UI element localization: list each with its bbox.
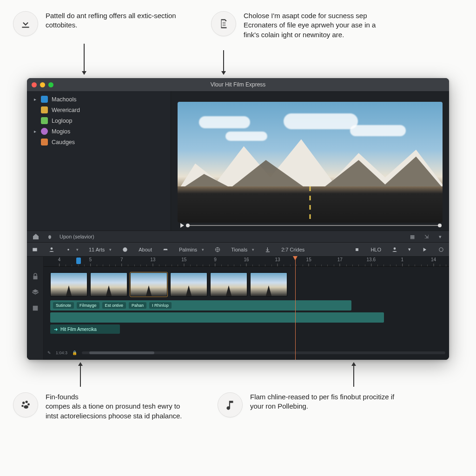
folder-icon bbox=[41, 106, 48, 113]
music-note-icon bbox=[218, 392, 243, 417]
horizontal-scrollbar[interactable] bbox=[82, 351, 445, 354]
home-icon[interactable] bbox=[32, 232, 40, 241]
callout-text: Flam chline-reased to per fis finobut pr… bbox=[250, 392, 399, 411]
clip-label: Pahan bbox=[129, 302, 146, 309]
sidebar-item-label: Machools bbox=[52, 96, 77, 103]
tool-clip[interactable] bbox=[32, 246, 38, 253]
arrow-icon bbox=[84, 44, 85, 74]
hlo-label: HLO bbox=[370, 247, 381, 252]
timeline-toolbar: 11 Arts About Palmins Tionals 2:7 Crides… bbox=[27, 243, 449, 257]
about-button[interactable]: About bbox=[139, 247, 152, 252]
pencil-icon[interactable]: ✎ bbox=[47, 350, 51, 355]
arrow-icon bbox=[223, 50, 224, 74]
clip-thumb[interactable] bbox=[50, 272, 87, 297]
timeline-panel: 457131591613151713.6114 Sutinote Filmayg… bbox=[27, 257, 449, 360]
clip-label: Est ontive bbox=[102, 302, 126, 309]
export-icon[interactable]: ⇲ bbox=[422, 232, 430, 241]
scrub-bar[interactable] bbox=[188, 225, 440, 226]
audio-track-1[interactable]: Sutinote Filmayge Est ontive Pahan I Rhi… bbox=[50, 300, 351, 311]
sidebar-item-label: Werericard bbox=[52, 107, 80, 113]
clip-label: I Rhinlop bbox=[149, 302, 172, 309]
timeline-main[interactable]: 457131591613151713.6114 Sutinote Filmayg… bbox=[44, 257, 449, 360]
svg-point-13 bbox=[24, 405, 28, 409]
sidebar-item-werericard[interactable]: Werericard bbox=[27, 105, 171, 115]
window-title: Vlour Hit Film Express bbox=[211, 81, 266, 88]
user-icon[interactable] bbox=[391, 246, 398, 253]
media-sidebar: ▸ Machools Werericard Logloop ▸ Mogios bbox=[27, 91, 171, 231]
arts-dropdown[interactable]: 11 Arts bbox=[89, 247, 112, 252]
lock-icon[interactable] bbox=[31, 272, 40, 281]
globe-icon[interactable] bbox=[214, 246, 221, 253]
svg-point-12 bbox=[21, 405, 23, 407]
film-icon[interactable] bbox=[31, 304, 40, 312]
car-icon[interactable] bbox=[162, 246, 169, 253]
play-icon[interactable] bbox=[421, 246, 428, 253]
arrow-icon bbox=[353, 363, 354, 387]
playhead[interactable] bbox=[295, 257, 296, 360]
svg-point-3 bbox=[123, 247, 127, 251]
mid-label: Upon (selavior) bbox=[60, 234, 94, 239]
timeline-ruler[interactable]: 457131591613151713.6114 bbox=[44, 257, 449, 267]
svg-point-10 bbox=[26, 401, 28, 403]
clip-thumb[interactable] bbox=[210, 272, 247, 297]
star-icon bbox=[41, 139, 48, 145]
chevron-right-icon: ▸ bbox=[33, 97, 37, 102]
sidebar-item-label: Caudges bbox=[52, 139, 75, 145]
download-icon[interactable] bbox=[264, 246, 271, 253]
paw-icon bbox=[13, 392, 38, 417]
chevron-down-icon[interactable]: ▾ bbox=[408, 246, 411, 252]
callout-document: Cholose I'm asapt code for sucness sep E… bbox=[211, 11, 392, 40]
clip-thumb[interactable] bbox=[130, 272, 167, 297]
svg-rect-0 bbox=[33, 248, 37, 251]
marker-icon[interactable] bbox=[76, 258, 81, 264]
chevron-down-icon[interactable]: ▾ bbox=[436, 232, 444, 241]
clip-thumb[interactable] bbox=[250, 272, 287, 297]
callout-text: Cholose I'm asapt code for sucness sep E… bbox=[244, 11, 392, 40]
clip-label: Filmayge bbox=[77, 302, 99, 309]
document-icon bbox=[211, 11, 236, 36]
crides-label[interactable]: 2:7 Crides bbox=[281, 247, 304, 252]
maximize-icon[interactable] bbox=[48, 82, 53, 87]
tool-user[interactable] bbox=[48, 246, 55, 253]
svg-point-11 bbox=[27, 403, 30, 406]
apple-icon[interactable] bbox=[46, 232, 54, 241]
clip-thumb[interactable] bbox=[170, 272, 207, 297]
svg-point-9 bbox=[22, 402, 25, 404]
clip-label: Sutinote bbox=[53, 302, 74, 309]
titlebar: Vlour Hit Film Express bbox=[27, 78, 449, 91]
record-icon[interactable] bbox=[122, 246, 128, 253]
folder-icon bbox=[41, 117, 48, 124]
audio-track-2[interactable] bbox=[50, 312, 384, 323]
sidebar-item-caudges[interactable]: Caudges bbox=[27, 137, 171, 147]
svg-point-1 bbox=[51, 247, 53, 250]
preview-image[interactable] bbox=[178, 102, 443, 223]
sidebar-item-mogios[interactable]: ▸ Mogios bbox=[27, 126, 171, 137]
svg-rect-5 bbox=[356, 248, 358, 251]
timeline-tools bbox=[27, 257, 44, 360]
palmins-dropdown[interactable]: Palmins bbox=[179, 247, 204, 252]
tool-settings[interactable] bbox=[65, 246, 79, 253]
layers-icon[interactable] bbox=[31, 288, 40, 297]
timecode: 1:04:3 bbox=[56, 350, 67, 355]
title-clip-label: Hit Film Amercika bbox=[60, 327, 97, 332]
callout-text: Pattell do ant refling offers all extic-… bbox=[46, 11, 194, 30]
video-track[interactable] bbox=[44, 272, 449, 297]
record-circle-icon[interactable] bbox=[438, 246, 444, 253]
sidebar-item-logloop[interactable]: Logloop bbox=[27, 115, 171, 126]
minimize-icon[interactable] bbox=[40, 82, 45, 87]
mid-toolbar: Upon (selavior) ▦ ⇲ ▾ bbox=[27, 231, 449, 243]
svg-point-2 bbox=[67, 249, 69, 251]
close-icon[interactable] bbox=[32, 82, 37, 87]
preview-scrubber[interactable] bbox=[180, 223, 440, 228]
svg-point-6 bbox=[394, 247, 396, 250]
clip-thumb[interactable] bbox=[90, 272, 127, 297]
folder-icon bbox=[41, 96, 48, 103]
grid-icon[interactable]: ▦ bbox=[408, 232, 416, 241]
stop-icon[interactable] bbox=[354, 246, 360, 253]
sidebar-item-machools[interactable]: ▸ Machools bbox=[27, 94, 171, 105]
title-clip[interactable]: Hit Film Amercika bbox=[50, 324, 120, 334]
tionals-dropdown[interactable]: Tionals bbox=[231, 247, 254, 252]
play-icon[interactable] bbox=[180, 223, 184, 228]
chevron-right-icon: ▸ bbox=[33, 129, 37, 134]
lock-icon[interactable]: 🔒 bbox=[72, 350, 77, 355]
